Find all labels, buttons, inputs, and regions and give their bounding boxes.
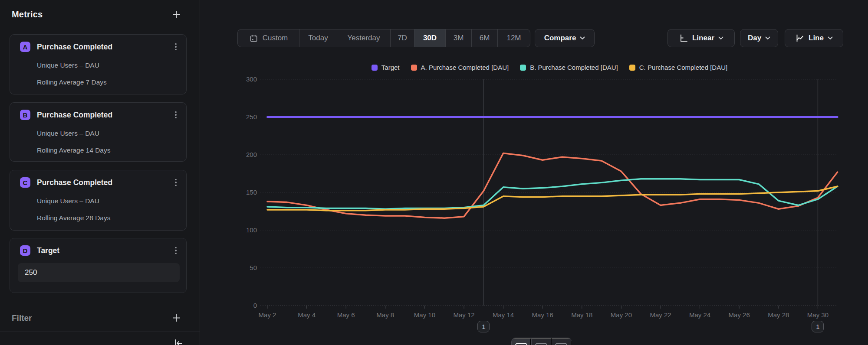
table-view-icon	[535, 343, 547, 345]
x-axis-label: May 2	[259, 311, 276, 319]
annotation-badge[interactable]: 1	[812, 321, 824, 332]
x-axis-label: May 18	[571, 311, 592, 319]
y-axis-label: 150	[246, 189, 257, 196]
x-axis-label: May 22	[650, 311, 671, 319]
y-axis-label: 0	[253, 302, 257, 309]
view-chart-button[interactable]	[512, 338, 531, 345]
x-axis-label: May 12	[453, 311, 474, 319]
y-axis-label: 100	[246, 226, 257, 234]
x-axis-label: May 24	[689, 311, 710, 319]
chart-canvas[interactable]: 050100150200250300May 2May 4May 6May 8Ma…	[0, 0, 868, 345]
y-axis-label: 300	[246, 75, 257, 83]
x-axis-label: May 30	[807, 311, 829, 319]
y-axis-label: 250	[246, 113, 257, 120]
x-axis-label: May 14	[493, 311, 514, 319]
x-axis-label: May 4	[298, 311, 316, 319]
details-view-icon	[555, 343, 567, 345]
view-table-button[interactable]	[531, 338, 551, 345]
x-axis-label: May 16	[532, 311, 553, 319]
chart-view-icon	[515, 343, 527, 345]
view-switcher	[511, 338, 572, 345]
x-axis-label: May 8	[376, 311, 394, 319]
x-axis-label: May 6	[337, 311, 355, 319]
x-axis-label: May 20	[611, 311, 632, 319]
x-axis-label: May 10	[414, 311, 435, 319]
view-details-button[interactable]	[552, 338, 572, 345]
series-line[interactable]	[267, 186, 838, 211]
x-axis-label: May 26	[729, 311, 750, 319]
x-axis-label: May 28	[768, 311, 789, 319]
y-axis-label: 200	[246, 151, 257, 158]
annotation-badge[interactable]: 1	[477, 321, 490, 332]
y-axis-label: 50	[250, 264, 257, 271]
